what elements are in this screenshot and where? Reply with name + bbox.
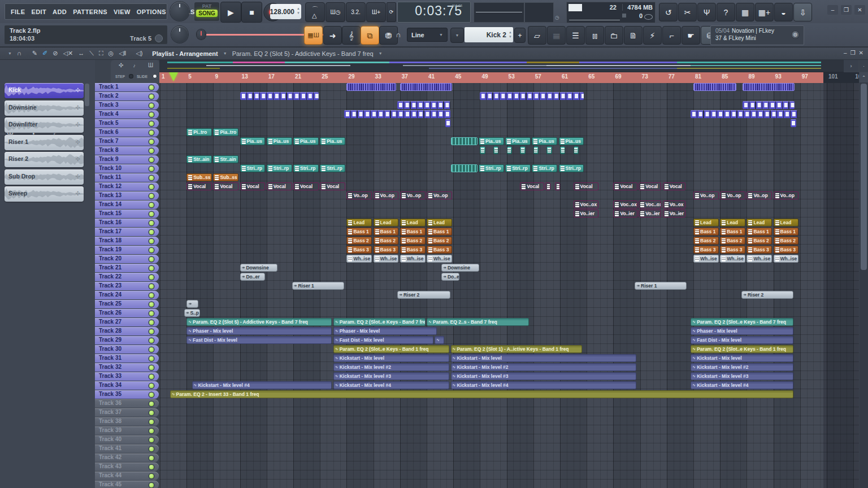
track-header-39[interactable]: Track 39 [95, 426, 159, 435]
track-header-27[interactable]: Track 27 [95, 318, 159, 326]
track-header-14[interactable]: Track 14 [95, 201, 159, 209]
metronome-button[interactable]: ⌒△ [305, 2, 325, 22]
clip-pia-us[interactable]: Pia..us [559, 137, 584, 145]
clip-bass-3[interactable]: Bass 3 [693, 246, 719, 254]
track-header-31[interactable]: Track 31 [95, 354, 159, 363]
window-close-button[interactable]: ✕ [854, 5, 865, 15]
clip-bass-1[interactable]: Bass 1 [427, 228, 452, 236]
track-mute-led[interactable] [149, 130, 154, 135]
chat-button[interactable]: ◒ [774, 3, 793, 21]
track-header-42[interactable]: Track 42 [95, 454, 159, 462]
track-mute-led[interactable] [149, 266, 154, 271]
track-mute-led[interactable] [149, 275, 154, 280]
clip-cells[interactable] [743, 101, 795, 109]
playlist-menu-icon[interactable]: ▼ [8, 51, 12, 55]
clip-bass-2[interactable]: Bass 2 [693, 237, 719, 245]
clip-downsine[interactable]: ↠Downsine [240, 264, 277, 272]
paint-tool-icon[interactable]: ✐ [42, 50, 47, 56]
track-mute-led[interactable] [149, 338, 154, 343]
clip-cells[interactable] [344, 110, 451, 118]
clip-vo-op[interactable]: Vo..op [427, 191, 452, 199]
oscilloscope-panel[interactable] [474, 2, 524, 23]
clip-bass-2[interactable]: Bass 2 [747, 237, 772, 245]
clip-vo-ier[interactable]: Vo..ier [574, 210, 599, 217]
help-button[interactable]: ? [717, 3, 735, 21]
clip-voc-ox[interactable]: Voc..ox [639, 201, 661, 208]
time-display[interactable]: 0:03:75 M:S:CS [397, 2, 471, 23]
countdown-button[interactable]: 3.2. [346, 2, 366, 22]
track-mute-led[interactable] [149, 384, 154, 388]
clip-vocal[interactable]: Vocal [186, 182, 212, 190]
clip-vocal[interactable]: Vocal [613, 182, 637, 190]
clip-sq[interactable] [546, 146, 552, 154]
clip-lead[interactable]: Lead [774, 219, 799, 226]
track-header-35[interactable]: Track 35 [95, 390, 159, 399]
track-header-3[interactable]: Track 3 [95, 101, 159, 110]
clip-lead[interactable]: Lead [346, 219, 372, 226]
track-header-37[interactable]: Track 37 [95, 408, 159, 417]
clip-kickstart-mix-level-3[interactable]: ∿Kickstart - Mix level #3 [451, 372, 636, 380]
snap-icon[interactable]: ∩ [17, 50, 21, 56]
track-mute-led[interactable] [149, 329, 154, 334]
clip-vo-op[interactable]: Vo..op [720, 191, 745, 199]
track-header-26[interactable]: Track 26 [95, 309, 159, 317]
clip-vo-ier[interactable]: Vo..ier [639, 210, 661, 217]
clip-ts[interactable] [451, 164, 478, 172]
track-mute-led[interactable] [149, 248, 154, 252]
pattern-menu-button[interactable]: ▼ [450, 28, 464, 43]
clip-stri-rp[interactable]: Stri..rp [559, 164, 584, 172]
cut-button[interactable]: ✂ [678, 3, 697, 21]
track-header-28[interactable]: Track 28 [95, 327, 159, 336]
playlist-button[interactable]: ▱ [528, 26, 546, 45]
clip-vocal[interactable]: Vocal [293, 182, 319, 190]
wave-tab-icon[interactable]: ✣ [119, 62, 123, 68]
delete-tool-icon[interactable]: ⊘ [53, 50, 58, 56]
zoom-tool-icon[interactable]: ◎ [108, 50, 114, 56]
clip-vo-ox[interactable]: Vo..ox [663, 201, 685, 208]
menu-item-add[interactable]: ADD [53, 8, 67, 15]
clip-pia-us[interactable]: Pia..us [240, 137, 266, 145]
minimap-scroll-right-button[interactable]: › [844, 60, 858, 72]
channel-rack-focus-button[interactable]: ▦Ш [304, 26, 323, 45]
clip-kickstart-mix-level-2[interactable]: ∿Kickstart - Mix level #2 [333, 363, 449, 371]
clip-fast-dist-mix-level[interactable]: ∿Fast Dist - Mix level [691, 336, 793, 344]
track-header-2[interactable]: Track 2 [95, 92, 159, 101]
clip-vo-op[interactable]: Vo..op [400, 191, 426, 199]
clip-param-eq-2-slot-1-a-ictive-keys-band-1-freq[interactable]: ∿Param. EQ 2 (Slot 1) - A..ictive Keys -… [451, 345, 583, 353]
clip-str-ain[interactable]: Str..ain [186, 155, 212, 163]
clip-kickstart-mix-level-4[interactable]: ∿Kickstart - Mix level #4 [691, 381, 793, 389]
track-header-21[interactable]: Track 21 [95, 264, 159, 272]
clip-kick[interactable] [400, 83, 452, 91]
clip-cells[interactable] [691, 110, 797, 118]
track-header-20[interactable]: Track 20 [95, 255, 159, 263]
menu-item-edit[interactable]: EDIT [31, 8, 46, 15]
track-mute-led[interactable] [149, 429, 154, 433]
clip-cells[interactable] [240, 92, 319, 100]
window-restore-button[interactable]: ❐ [841, 5, 852, 15]
clip-fast-dist-mix-level[interactable]: ∿Fast Dist - Mix level [333, 336, 433, 344]
track-mute-led[interactable] [149, 112, 154, 117]
clip-vocal[interactable]: Vocal [639, 182, 661, 190]
save-as-button[interactable]: ▦+ [755, 3, 774, 21]
song-mode-label[interactable]: SONG [196, 10, 218, 17]
track-mute-led[interactable] [149, 140, 154, 144]
add-pattern-button[interactable]: + [514, 28, 526, 43]
track-header-40[interactable]: Track 40 [95, 435, 159, 444]
clip-bass-3[interactable]: Bass 3 [374, 246, 399, 254]
slice-tool-icon[interactable]: ⟍ [89, 50, 94, 56]
track-header-8[interactable]: Track 8 [95, 146, 159, 155]
clip-kick[interactable] [346, 83, 396, 91]
clip-voc-ox[interactable]: Voc..ox [613, 201, 637, 208]
luxeverb-button[interactable]: ⌐ [662, 26, 681, 45]
clip-phaser-mix-level[interactable]: ∿Phaser - Mix level [186, 327, 332, 335]
clip-sq[interactable] [493, 146, 498, 154]
clip-wh-ise[interactable]: Wh..ise [374, 255, 399, 263]
track-mute-led[interactable] [149, 365, 154, 370]
clip-riser-1[interactable]: ↠Riser 1 [635, 282, 687, 290]
clip-lead[interactable]: Lead [720, 219, 745, 226]
clip-param-eq-2-slot-e-keys-band-7-freq[interactable]: ∿Param. EQ 2 (Slot..e Keys - Band 7 freq [691, 318, 793, 326]
clip-kick[interactable] [693, 83, 736, 91]
track-header-18[interactable]: Track 18 [95, 237, 159, 245]
track-mute-led[interactable] [149, 356, 154, 361]
clip-stri-rp[interactable]: Stri..rp [479, 164, 504, 172]
